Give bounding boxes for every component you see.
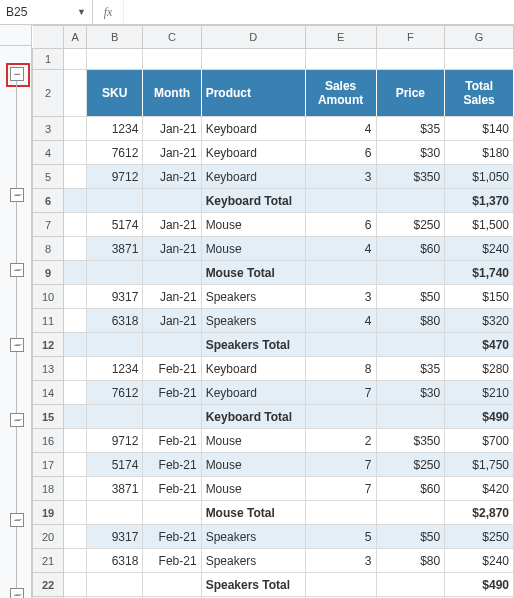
row-head-10[interactable]: 10 xyxy=(33,285,64,309)
cell-F1[interactable] xyxy=(376,49,445,70)
cell-D3[interactable]: Keyboard xyxy=(201,117,305,141)
row-head-17[interactable]: 17 xyxy=(33,453,64,477)
header-month[interactable]: Month xyxy=(143,70,201,117)
cell-A19[interactable] xyxy=(64,501,87,525)
cell-F9[interactable] xyxy=(376,261,445,285)
cell-F17[interactable]: $250 xyxy=(376,453,445,477)
group-toggle-r9[interactable]: − xyxy=(10,263,24,277)
cell-A12[interactable] xyxy=(64,333,87,357)
cell-E18[interactable]: 7 xyxy=(305,477,376,501)
cell-C8[interactable]: Jan-21 xyxy=(143,237,201,261)
cell-G15[interactable]: $490 xyxy=(445,405,514,429)
cell-F11[interactable]: $80 xyxy=(376,309,445,333)
cell-A15[interactable] xyxy=(64,405,87,429)
cell-E15[interactable] xyxy=(305,405,376,429)
cell-C15[interactable] xyxy=(143,405,201,429)
row-head-12[interactable]: 12 xyxy=(33,333,64,357)
cell-C17[interactable]: Feb-21 xyxy=(143,453,201,477)
cell-E4[interactable]: 6 xyxy=(305,141,376,165)
cell-E6[interactable] xyxy=(305,189,376,213)
cell-D14[interactable]: Keyboard xyxy=(201,381,305,405)
cell-A21[interactable] xyxy=(64,549,87,573)
cell-C20[interactable]: Feb-21 xyxy=(143,525,201,549)
fx-icon[interactable]: fx xyxy=(93,0,124,24)
header-total[interactable]: Total Sales xyxy=(445,70,514,117)
col-head-G[interactable]: G xyxy=(445,26,514,49)
cell-E14[interactable]: 7 xyxy=(305,381,376,405)
cell-B10[interactable]: 9317 xyxy=(87,285,143,309)
col-head-E[interactable]: E xyxy=(305,26,376,49)
cell-C11[interactable]: Jan-21 xyxy=(143,309,201,333)
cell-B6[interactable] xyxy=(87,189,143,213)
cell-F18[interactable]: $60 xyxy=(376,477,445,501)
cell-G16[interactable]: $700 xyxy=(445,429,514,453)
cell-G21[interactable]: $240 xyxy=(445,549,514,573)
group-toggle-r12[interactable]: − xyxy=(10,338,24,352)
cell-D19[interactable]: Mouse Total xyxy=(201,501,305,525)
cell-G19[interactable]: $2,870 xyxy=(445,501,514,525)
cell-F4[interactable]: $30 xyxy=(376,141,445,165)
cell-B22[interactable] xyxy=(87,573,143,597)
row-head-9[interactable]: 9 xyxy=(33,261,64,285)
cell-E21[interactable]: 3 xyxy=(305,549,376,573)
cell-A4[interactable] xyxy=(64,141,87,165)
cell-F21[interactable]: $80 xyxy=(376,549,445,573)
cell-A1[interactable] xyxy=(64,49,87,70)
cell-G9[interactable]: $1,740 xyxy=(445,261,514,285)
cell-C14[interactable]: Feb-21 xyxy=(143,381,201,405)
cell-C22[interactable] xyxy=(143,573,201,597)
header-product[interactable]: Product xyxy=(201,70,305,117)
cell-C6[interactable] xyxy=(143,189,201,213)
cell-D6[interactable]: Keyboard Total xyxy=(201,189,305,213)
cell-B1[interactable] xyxy=(87,49,143,70)
cell-D11[interactable]: Speakers xyxy=(201,309,305,333)
cell-D20[interactable]: Speakers xyxy=(201,525,305,549)
cell-D8[interactable]: Mouse xyxy=(201,237,305,261)
cell-C10[interactable]: Jan-21 xyxy=(143,285,201,309)
group-toggle-r22[interactable]: − xyxy=(10,588,24,598)
row-head-8[interactable]: 8 xyxy=(33,237,64,261)
row-head-5[interactable]: 5 xyxy=(33,165,64,189)
cell-A18[interactable] xyxy=(64,477,87,501)
cell-G4[interactable]: $180 xyxy=(445,141,514,165)
cell-B19[interactable] xyxy=(87,501,143,525)
cell-C1[interactable] xyxy=(143,49,201,70)
cell-B9[interactable] xyxy=(87,261,143,285)
row-head-15[interactable]: 15 xyxy=(33,405,64,429)
row-head-3[interactable]: 3 xyxy=(33,117,64,141)
cell-B8[interactable]: 3871 xyxy=(87,237,143,261)
cell-D18[interactable]: Mouse xyxy=(201,477,305,501)
cell-G12[interactable]: $470 xyxy=(445,333,514,357)
cell-G20[interactable]: $250 xyxy=(445,525,514,549)
cell-E5[interactable]: 3 xyxy=(305,165,376,189)
cell-E19[interactable] xyxy=(305,501,376,525)
cell-F8[interactable]: $60 xyxy=(376,237,445,261)
cell-B5[interactable]: 9712 xyxy=(87,165,143,189)
row-head-18[interactable]: 18 xyxy=(33,477,64,501)
cell-G5[interactable]: $1,050 xyxy=(445,165,514,189)
cell-C13[interactable]: Feb-21 xyxy=(143,357,201,381)
cell-G13[interactable]: $280 xyxy=(445,357,514,381)
col-head-B[interactable]: B xyxy=(87,26,143,49)
cell-F15[interactable] xyxy=(376,405,445,429)
cell-G18[interactable]: $420 xyxy=(445,477,514,501)
cell-E12[interactable] xyxy=(305,333,376,357)
cell-F19[interactable] xyxy=(376,501,445,525)
cell-B12[interactable] xyxy=(87,333,143,357)
cell-E22[interactable] xyxy=(305,573,376,597)
group-toggle-r6[interactable]: − xyxy=(10,188,24,202)
cell-C12[interactable] xyxy=(143,333,201,357)
cell-B17[interactable]: 5174 xyxy=(87,453,143,477)
cell-A5[interactable] xyxy=(64,165,87,189)
cell-C21[interactable]: Feb-21 xyxy=(143,549,201,573)
row-head-6[interactable]: 6 xyxy=(33,189,64,213)
cell-E11[interactable]: 4 xyxy=(305,309,376,333)
cell-E8[interactable]: 4 xyxy=(305,237,376,261)
col-head-F[interactable]: F xyxy=(376,26,445,49)
cell-E13[interactable]: 8 xyxy=(305,357,376,381)
cell-G17[interactable]: $1,750 xyxy=(445,453,514,477)
cell-G11[interactable]: $320 xyxy=(445,309,514,333)
cell-D21[interactable]: Speakers xyxy=(201,549,305,573)
cell-C19[interactable] xyxy=(143,501,201,525)
header-price[interactable]: Price xyxy=(376,70,445,117)
